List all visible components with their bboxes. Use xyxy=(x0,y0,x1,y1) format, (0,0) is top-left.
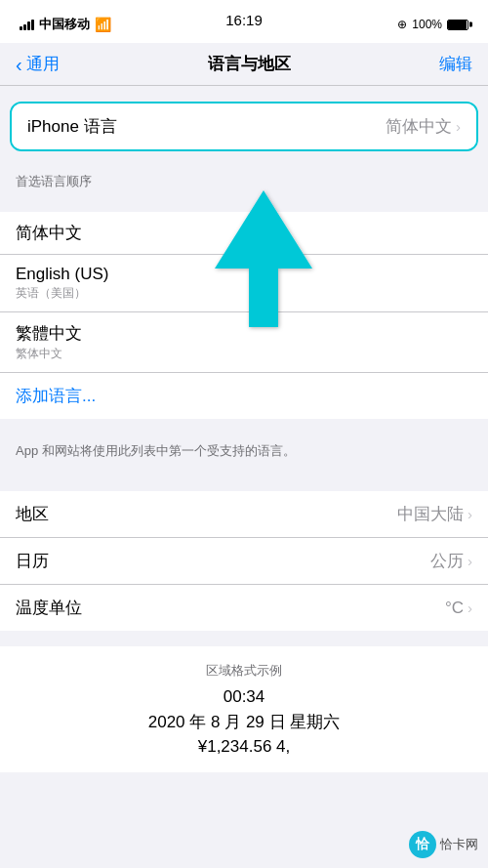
signal-bar-4 xyxy=(31,20,34,30)
calendar-chevron-icon: › xyxy=(468,553,472,569)
calendar-item[interactable]: 日历 公历 › xyxy=(0,538,488,585)
back-label: 通用 xyxy=(26,53,60,75)
edit-button[interactable]: 编辑 xyxy=(439,53,472,75)
back-button[interactable]: ‹ 通用 xyxy=(16,53,60,75)
watermark-text: 恰卡网 xyxy=(440,836,478,853)
temperature-label: 温度单位 xyxy=(16,597,82,619)
region-value: 中国大陆 › xyxy=(397,503,472,525)
signal-icon xyxy=(20,20,34,30)
signal-bar-1 xyxy=(20,26,22,30)
wifi-icon: 📶 xyxy=(95,17,111,32)
format-example-time: 00:34 xyxy=(16,687,472,707)
status-carrier: 中国移动 📶 xyxy=(20,16,111,33)
list-item[interactable]: 繁體中文 繁体中文 xyxy=(0,312,488,373)
watermark-icon: 恰 xyxy=(409,831,436,858)
regional-settings-section: 地区 中国大陆 › 日历 公历 › 温度单位 °C › xyxy=(0,491,488,631)
charge-icon: ⊕ xyxy=(397,18,407,31)
iphone-language-label: iPhone 语言 xyxy=(27,115,117,138)
iphone-language-chevron-icon: › xyxy=(456,118,461,135)
list-item[interactable]: English (US) 英语（美国） xyxy=(0,255,488,312)
temperature-value-text: °C xyxy=(445,599,464,618)
lang-traditional-chinese-sub: 繁体中文 xyxy=(16,346,472,362)
navigation-bar: ‹ 通用 语言与地区 编辑 xyxy=(0,43,488,86)
iphone-language-value-text: 简体中文 xyxy=(386,115,452,138)
region-label: 地区 xyxy=(16,503,49,525)
calendar-value: 公历 › xyxy=(430,550,472,572)
format-example-section: 区域格式示例 00:34 2020 年 8 月 29 日 星期六 ¥1,234.… xyxy=(0,646,488,772)
region-item[interactable]: 地区 中国大陆 › xyxy=(0,491,488,538)
temperature-chevron-icon: › xyxy=(468,599,472,616)
status-bar: 中国移动 📶 16:19 ⊕ 100% xyxy=(0,0,488,43)
temperature-value: °C › xyxy=(445,599,472,618)
region-value-text: 中国大陆 xyxy=(397,503,464,525)
lang-english-sub: 英语（美国） xyxy=(16,285,472,302)
carrier-label: 中国移动 xyxy=(39,16,90,33)
list-item[interactable]: 简体中文 xyxy=(0,212,488,255)
region-chevron-icon: › xyxy=(468,506,472,522)
calendar-value-text: 公历 xyxy=(430,550,464,572)
iphone-language-item[interactable]: iPhone 语言 简体中文 › xyxy=(12,103,476,149)
back-chevron-icon: ‹ xyxy=(16,55,22,74)
format-example-numbers: ¥1,234.56 4, xyxy=(16,737,472,757)
status-battery: ⊕ 100% xyxy=(397,18,468,31)
page-title: 语言与地区 xyxy=(208,53,291,75)
preferred-languages-section: 简体中文 English (US) 英语（美国） 繁體中文 繁体中文 添加语言.… xyxy=(0,212,488,419)
lang-simplified-chinese: 简体中文 xyxy=(16,222,472,244)
content-area: iPhone 语言 简体中文 › 首选语言顺序 简体中文 English (US… xyxy=(0,86,488,868)
format-example-date: 2020 年 8 月 29 日 星期六 xyxy=(16,711,472,733)
battery-fill xyxy=(448,21,467,29)
languages-info-text: App 和网站将使用此列表中第一个受支持的语言。 xyxy=(0,434,488,475)
temperature-item[interactable]: 温度单位 °C › xyxy=(0,585,488,631)
signal-bar-2 xyxy=(23,24,26,30)
lang-traditional-chinese-main: 繁體中文 xyxy=(16,322,472,345)
lang-english-main: English (US) xyxy=(16,265,472,284)
iphone-language-value: 简体中文 › xyxy=(386,115,461,138)
battery-label: 100% xyxy=(412,18,442,31)
format-example-title: 区域格式示例 xyxy=(16,662,472,680)
add-language-button[interactable]: 添加语言... xyxy=(0,373,488,419)
signal-bar-3 xyxy=(27,21,30,30)
battery-icon xyxy=(447,20,468,30)
iphone-language-section: iPhone 语言 简体中文 › xyxy=(10,102,478,151)
watermark: 恰 恰卡网 xyxy=(409,831,478,858)
status-time: 16:19 xyxy=(225,12,263,28)
preferred-languages-section-label: 首选语言顺序 xyxy=(0,167,488,196)
calendar-label: 日历 xyxy=(16,550,49,572)
